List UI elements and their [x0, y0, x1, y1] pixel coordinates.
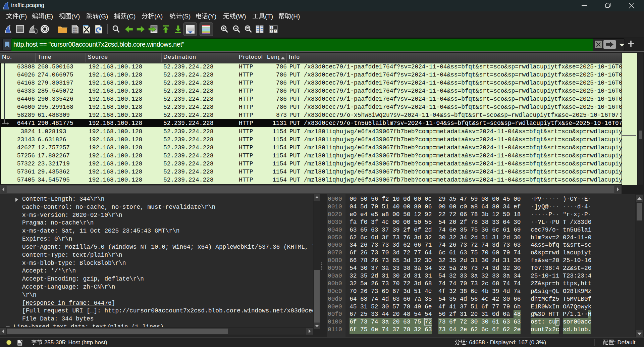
svg-text:0111: 0111	[73, 31, 77, 34]
svg-text:2: 2	[270, 30, 272, 33]
svg-text:3: 3	[274, 30, 276, 33]
svg-text:1: 1	[270, 26, 272, 29]
